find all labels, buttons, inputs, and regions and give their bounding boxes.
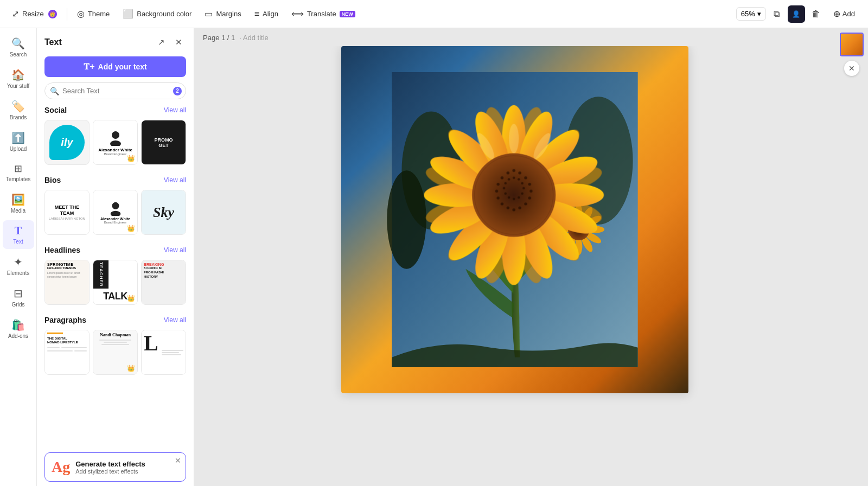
social-view-all-button[interactable]: View all [164, 106, 186, 114]
card-promo-content: PROMOGET [142, 120, 186, 164]
sidebar-item-search[interactable]: 🔍 Search [3, 33, 34, 62]
svg-point-69 [521, 182, 524, 185]
bg-color-label: Background color [137, 10, 192, 18]
search-bar: 🔍 2 [44, 82, 186, 99]
bios-section-title: Bios [44, 176, 61, 184]
page-thumbnail[interactable] [840, 33, 864, 56]
template-card-iconic[interactable]: BREAKING 5 ICONIC MFROM FASHIHISTORY [141, 260, 186, 305]
sidebar-item-your-stuff[interactable]: 🏠 Your stuff [3, 64, 34, 93]
template-card-sky[interactable]: Sky [141, 190, 186, 235]
template-card-bio2[interactable]: Alexander White Brand Engineer 👑 [93, 190, 138, 235]
background-color-button[interactable]: ⬜ Background color [117, 5, 197, 22]
right-panel: ✕ [835, 28, 868, 486]
svg-point-7 [387, 170, 426, 268]
sidebar-grids-label: Grids [12, 302, 25, 308]
trash-icon: 🗑 [812, 9, 820, 19]
sidebar-item-templates[interactable]: ⊞ Templates [3, 158, 34, 187]
canvas-page[interactable] [341, 46, 688, 393]
sidebar-item-brands[interactable]: 🏷️ Brands [3, 95, 34, 125]
sidebar-item-upload[interactable]: ⬆️ Upload [3, 127, 34, 156]
svg-point-70 [522, 187, 525, 190]
profile-button[interactable]: 👤 [788, 5, 805, 23]
translate-new-badge: NEW [340, 11, 355, 17]
svg-point-63 [495, 190, 498, 193]
align-icon: ≡ [254, 9, 259, 19]
elements-icon: ✦ [14, 255, 23, 268]
template-card-springtime[interactable]: SPRINGTIME FASHION TRENDS Lorem ipsum do… [44, 260, 90, 305]
add-your-text-button[interactable]: 𝐓+ Add your text [44, 56, 186, 77]
headlines-section-header: Headlines View all [44, 246, 186, 254]
svg-point-62 [496, 196, 499, 199]
svg-point-54 [528, 183, 531, 186]
crown-icon: 👑 [127, 155, 135, 162]
toast-subtitle: Add stylized text effects [75, 468, 145, 475]
bios-view-all-button[interactable]: View all [164, 176, 186, 184]
panel-header-actions: ↗ ✕ [154, 35, 186, 50]
zoom-control[interactable]: 65% ▾ [736, 7, 766, 21]
svg-point-68 [518, 178, 520, 181]
filter-badge[interactable]: 2 [173, 87, 182, 95]
svg-point-78 [508, 178, 510, 181]
bios-section-header: Bios View all [44, 176, 186, 184]
template-card-teacher-talk[interactable]: TEACHER TALK 👑 [93, 260, 138, 305]
toast-title: Generate text effects [75, 460, 145, 468]
template-card-meet[interactable]: MEET THE TEAM LARISSA HARRINGTON [44, 190, 90, 235]
template-card-promo[interactable]: PROMOGET [141, 120, 186, 165]
sidebar-item-add-ons[interactable]: 🛍️ Add-ons [3, 314, 34, 343]
paragraphs-view-all-button[interactable]: View all [164, 316, 186, 324]
panel-header: Text ↗ ✕ [37, 28, 194, 54]
main-toolbar: ⤢ Resize 👑 ◎ Theme ⬜ Background color ▭ … [0, 0, 868, 28]
crown-icon-3: 👑 [127, 295, 135, 302]
svg-point-51 [512, 169, 515, 172]
paragraphs-section-title: Paragraphs [44, 316, 86, 324]
social-template-grid: ily Alexander White Brand Engineer 👑 [44, 120, 186, 165]
search-icon-inner: 🔍 [50, 87, 59, 95]
plus-icon: ⊕ [833, 9, 840, 19]
crown-icon-4: 👑 [127, 364, 135, 372]
add-title-label[interactable]: · Add title [239, 34, 268, 42]
align-button[interactable]: ≡ Align [249, 6, 284, 22]
template-card-nomad[interactable]: THE DIGITALNOMAD LIFESTYLE [44, 330, 90, 375]
search-input[interactable] [44, 82, 186, 99]
theme-button[interactable]: ◎ Theme [72, 5, 115, 22]
card-sky-content: Sky [142, 190, 186, 234]
resize-label: Resize [22, 10, 44, 18]
toast-icon: Ag [52, 458, 70, 476]
resize-button[interactable]: ⤢ Resize 👑 [7, 5, 62, 22]
sidebar-item-media[interactable]: 🖼️ Media [3, 189, 34, 218]
template-card-bio[interactable]: Alexander White Brand Engineer 👑 [93, 120, 138, 165]
close-panel-button[interactable]: ✕ [171, 35, 186, 50]
brands-icon: 🏷️ [11, 100, 25, 113]
translate-label: Translate [307, 10, 336, 18]
headlines-view-all-button[interactable]: View all [164, 246, 186, 254]
add-button[interactable]: ⊕ Add [827, 5, 861, 22]
sidebar-item-text[interactable]: T Text [3, 220, 34, 249]
zoom-value: 65% [741, 10, 755, 18]
text-panel: Text ↗ ✕ 𝐓+ Add your text 🔍 2 Social Vie… [37, 28, 194, 486]
headlines-template-grid: SPRINGTIME FASHION TRENDS Lorem ipsum do… [44, 260, 186, 305]
canvas-scroll[interactable] [194, 46, 835, 486]
sidebar-item-elements[interactable]: ✦ Elements [3, 251, 34, 280]
svg-point-2 [112, 202, 119, 209]
paragraphs-section-header: Paragraphs View all [44, 316, 186, 324]
template-card-letter[interactable]: L [141, 330, 186, 375]
translate-icon: ⟺ [291, 9, 304, 19]
delete-button[interactable]: 🗑 [807, 5, 825, 23]
svg-point-3 [110, 211, 120, 216]
sidebar-your-stuff-label: Your stuff [7, 83, 30, 89]
close-thumbnail-button[interactable]: ✕ [844, 61, 859, 76]
expand-panel-button[interactable]: ↗ [154, 35, 169, 50]
sidebar-brands-label: Brands [10, 114, 27, 120]
template-card-ily[interactable]: ily [44, 120, 90, 165]
template-card-nancy[interactable]: Nandi Chapman 👑 [93, 330, 138, 375]
toast-close-button[interactable]: ✕ [175, 456, 181, 465]
sidebar-search-label: Search [10, 52, 27, 57]
margins-button[interactable]: ▭ Margins [199, 5, 246, 22]
theme-icon: ◎ [77, 9, 85, 19]
sidebar-item-grids[interactable]: ⊟ Grids [3, 283, 34, 312]
svg-point-77 [505, 182, 507, 185]
sidebar-icons: 🔍 Search 🏠 Your stuff 🏷️ Brands ⬆️ Uploa… [0, 28, 37, 486]
pages-button[interactable]: ⧉ [768, 5, 786, 23]
pages-icon: ⧉ [774, 9, 780, 19]
translate-button[interactable]: ⟺ Translate NEW [286, 5, 361, 22]
